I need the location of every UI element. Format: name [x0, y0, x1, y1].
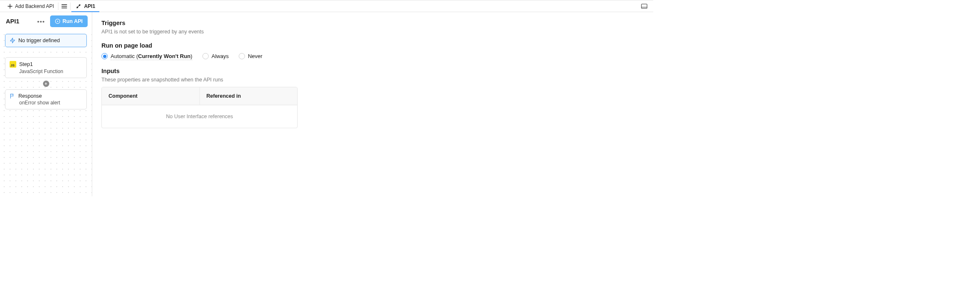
radio-automatic[interactable]: Automatic (Currently Won't Run) [101, 53, 192, 59]
play-icon [55, 19, 60, 24]
top-toolbar: Add Backend API API1 [0, 0, 653, 12]
radio-icon [101, 53, 108, 59]
radio-never-label: Never [248, 53, 263, 59]
tab-label: API1 [84, 3, 95, 9]
panel-toggle-button[interactable] [639, 1, 649, 11]
radio-icon [239, 53, 245, 59]
radio-always-label: Always [212, 53, 229, 59]
response-name: Response [18, 93, 42, 99]
ellipsis-icon: ••• [37, 18, 45, 25]
add-step-connector: + [5, 81, 87, 87]
main-layout: API1 ••• Run API No trigger defined [0, 12, 653, 196]
run-on-page-load-title: Run on page load [101, 42, 644, 49]
add-step-button[interactable]: + [43, 81, 49, 87]
sidebar-body: No trigger defined JS Step1 JavaScript F… [0, 30, 92, 196]
lightning-icon [10, 38, 15, 43]
toolbar-divider [70, 3, 71, 10]
response-subtitle: onError show alert [19, 100, 82, 106]
inputs-subtitle: These properties are snapshotted when th… [101, 77, 644, 83]
inputs-empty-state: No User Interface references [102, 105, 297, 128]
plug-icon [76, 3, 81, 9]
step-name: Step1 [19, 61, 33, 67]
api-name-title: API1 [6, 18, 32, 25]
run-api-button[interactable]: Run API [50, 15, 88, 27]
step-card-step1[interactable]: JS Step1 JavaScript Function [5, 57, 87, 78]
run-on-page-load-options: Automatic (Currently Won't Run) Always N… [101, 53, 644, 59]
inputs-table-header: Component Referenced in [102, 87, 297, 105]
plus-icon: + [45, 81, 47, 86]
radio-icon [202, 53, 209, 59]
triggers-title: Triggers [101, 20, 644, 26]
inputs-table: Component Referenced in No User Interfac… [101, 87, 298, 128]
trigger-card[interactable]: No trigger defined [5, 34, 87, 47]
content-panel: Triggers API1 is not set to be triggered… [92, 12, 653, 196]
more-button[interactable]: ••• [35, 17, 47, 26]
js-badge-icon: JS [10, 61, 16, 68]
list-icon-button[interactable] [59, 1, 69, 11]
sidebar: API1 ••• Run API No trigger defined [0, 12, 92, 196]
trigger-card-label: No trigger defined [18, 38, 60, 43]
add-backend-api-label: Add Backend API [15, 3, 54, 9]
svg-rect-2 [641, 4, 647, 8]
response-card[interactable]: Response onError show alert [5, 89, 87, 109]
triggers-subtitle: API1 is not set to be triggered by any e… [101, 29, 644, 35]
list-icon [61, 4, 67, 9]
plus-icon [8, 4, 13, 9]
panel-icon [641, 4, 647, 9]
col-component: Component [102, 87, 200, 105]
radio-never[interactable]: Never [239, 53, 263, 59]
radio-always[interactable]: Always [202, 53, 229, 59]
sidebar-header: API1 ••• Run API [0, 12, 92, 30]
step-subtitle: JavaScript Function [19, 68, 82, 74]
col-referenced-in: Referenced in [200, 87, 298, 105]
tab-api1[interactable]: API1 [71, 0, 99, 12]
run-api-label: Run API [63, 18, 83, 24]
flag-icon [10, 93, 15, 99]
radio-automatic-label: Automatic (Currently Won't Run) [111, 53, 192, 59]
svg-marker-5 [10, 38, 15, 43]
inputs-title: Inputs [101, 68, 644, 74]
add-backend-api-button[interactable]: Add Backend API [4, 0, 57, 12]
toolbar-divider [58, 3, 58, 10]
